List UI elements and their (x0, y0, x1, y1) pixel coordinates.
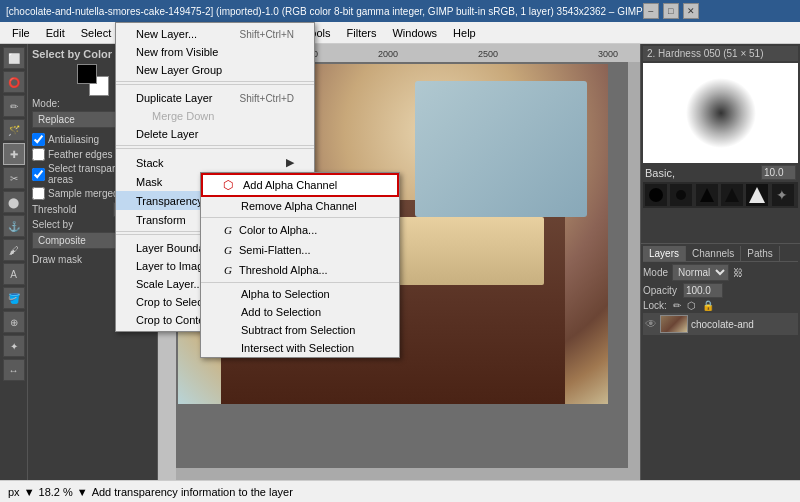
brush-spacing-input[interactable] (761, 165, 796, 180)
panel-tabs: Layers Channels Paths (643, 246, 798, 262)
layer-mode-label: Mode (643, 267, 668, 278)
tool-scissors[interactable]: ✂ (3, 167, 25, 189)
right-panel: 2. Hardness 050 (51 × 51) Basic, (640, 44, 800, 480)
draw-mask-label: Draw mask (32, 254, 82, 265)
antialiasing-label: Antialiasing (48, 134, 99, 145)
select-transparent-checkbox[interactable] (32, 168, 45, 181)
menu-duplicate-layer[interactable]: Duplicate Layer Shift+Ctrl+D (116, 89, 314, 107)
sub-intersect-with-selection[interactable]: Intersect with Selection (201, 339, 399, 357)
lock-all-icon[interactable]: 🔒 (702, 300, 714, 311)
brush-preview-svg (681, 73, 761, 153)
menu-bar: File Edit Select View Image Layer Colors… (0, 22, 800, 44)
tool-paint[interactable]: 🖌 (3, 239, 25, 261)
layer-thumbnail (660, 315, 688, 333)
lock-alpha-icon[interactable]: ⬡ (687, 300, 696, 311)
menu-delete-layer[interactable]: Delete Layer (116, 125, 314, 143)
layer-name: chocolate-and (691, 319, 754, 330)
tool-bucket-fill[interactable]: 🪣 (3, 287, 25, 309)
tool-paths[interactable]: ⚓ (3, 215, 25, 237)
tool-clone[interactable]: ⊕ (3, 311, 25, 333)
toolbox: ⬜ ⭕ ✏ 🪄 ✚ ✂ ⬤ ⚓ 🖌 A 🪣 ⊕ ✦ ↔ (0, 44, 28, 480)
menu-new-from-visible[interactable]: New from Visible (116, 43, 314, 61)
tool-fuzzy-select[interactable]: 🪄 (3, 119, 25, 141)
sub-subtract-from-selection[interactable]: Subtract from Selection (201, 321, 399, 339)
minimize-button[interactable]: – (643, 3, 659, 19)
sub-semi-flatten[interactable]: G Semi-Flatten... (201, 240, 399, 260)
tool-ellipse-select[interactable]: ⭕ (3, 71, 25, 93)
title-bar: [chocolate-and-nutella-smores-cake-14947… (0, 0, 800, 22)
gimp-icon-2: G (221, 243, 235, 257)
menu-help[interactable]: Help (445, 25, 484, 41)
menu-filters[interactable]: Filters (339, 25, 385, 41)
layer-opacity-input[interactable] (683, 283, 723, 298)
layer-mode-select[interactable]: Normal (672, 264, 729, 281)
feather-edges-label: Feather edges (48, 149, 113, 160)
cake-background (415, 81, 587, 217)
status-unit: px (8, 486, 20, 498)
status-message: Add transparency information to the laye… (92, 486, 293, 498)
menu-select[interactable]: Select (73, 25, 120, 41)
svg-text:2500: 2500 (478, 49, 498, 59)
feather-edges-checkbox[interactable] (32, 148, 45, 161)
lock-paint-icon[interactable]: ✏ (673, 300, 681, 311)
scrollbar-vertical[interactable] (628, 62, 640, 468)
sub-alpha-to-selection[interactable]: Alpha to Selection (201, 285, 399, 303)
foreground-color[interactable] (77, 64, 97, 84)
gimp-icon-3: G (221, 263, 235, 277)
menu-new-layer-group[interactable]: New Layer Group (116, 61, 314, 79)
tab-layers[interactable]: Layers (643, 246, 686, 261)
brush-cell-5[interactable] (746, 184, 768, 206)
tool-text[interactable]: A (3, 263, 25, 285)
sample-merged-label: Sample merged (48, 188, 119, 199)
title-text: [chocolate-and-nutella-smores-cake-14947… (6, 6, 643, 17)
brush-cell-1[interactable] (645, 184, 667, 206)
menu-merge-down[interactable]: Merge Down (116, 107, 314, 125)
sub-remove-alpha-channel[interactable]: Remove Alpha Channel (201, 197, 399, 215)
eye-icon[interactable]: 👁 (645, 317, 657, 331)
brush-cell-4[interactable] (721, 184, 743, 206)
menu-section-2: Duplicate Layer Shift+Ctrl+D Merge Down … (116, 87, 314, 146)
sub-color-to-alpha[interactable]: G Color to Alpha... (201, 220, 399, 240)
tab-channels[interactable]: Channels (686, 246, 741, 261)
svg-point-8 (676, 190, 686, 200)
brush-cell-3[interactable] (696, 184, 718, 206)
tool-color-select[interactable]: ✚ (3, 143, 25, 165)
sub-threshold-alpha[interactable]: G Threshold Alpha... (201, 260, 399, 280)
svg-point-7 (649, 188, 663, 202)
window-controls: – □ ✕ (643, 3, 699, 19)
maximize-button[interactable]: □ (663, 3, 679, 19)
tab-paths[interactable]: Paths (741, 246, 780, 261)
menu-new-layer[interactable]: New Layer... Shift+Ctrl+N (116, 25, 314, 43)
sub-add-to-selection[interactable]: Add to Selection (201, 303, 399, 321)
chain-icon: ⛓ (733, 267, 743, 278)
lock-label: Lock: (643, 300, 667, 311)
lock-row: Lock: ✏ ⬡ 🔒 (643, 300, 798, 311)
svg-marker-10 (725, 188, 739, 202)
brush-cell-6[interactable]: ✦ (772, 184, 794, 206)
close-button[interactable]: ✕ (683, 3, 699, 19)
sub-add-alpha-channel[interactable]: ⬡ Add Alpha Channel (201, 173, 399, 197)
threshold-label: Threshold (32, 204, 113, 215)
antialiasing-checkbox[interactable] (32, 133, 45, 146)
layer-mode-row: Mode Normal ⛓ (643, 264, 798, 281)
brush-title: 2. Hardness 050 (51 × 51) (643, 46, 798, 61)
sub-separator-1 (201, 217, 399, 218)
menu-file[interactable]: File (4, 25, 38, 41)
tool-rect-select[interactable]: ⬜ (3, 47, 25, 69)
tool-free-select[interactable]: ✏ (3, 95, 25, 117)
fg-bg-colors[interactable] (77, 64, 109, 96)
layer-item[interactable]: 👁 chocolate-and (643, 313, 798, 335)
tool-transform[interactable]: ↔ (3, 359, 25, 381)
svg-marker-11 (749, 187, 765, 203)
sample-merged-checkbox[interactable] (32, 187, 45, 200)
brush-name-row: Basic, (643, 163, 798, 182)
scrollbar-horizontal[interactable] (176, 468, 640, 480)
menu-edit[interactable]: Edit (38, 25, 73, 41)
tool-foreground-select[interactable]: ⬤ (3, 191, 25, 213)
layer-opacity-label: Opacity (643, 285, 677, 296)
brush-cell-2[interactable] (670, 184, 692, 206)
menu-stack[interactable]: Stack ▶ (116, 153, 314, 172)
alpha-icon: ⬡ (223, 178, 239, 192)
tool-heal[interactable]: ✦ (3, 335, 25, 357)
menu-windows[interactable]: Windows (384, 25, 445, 41)
